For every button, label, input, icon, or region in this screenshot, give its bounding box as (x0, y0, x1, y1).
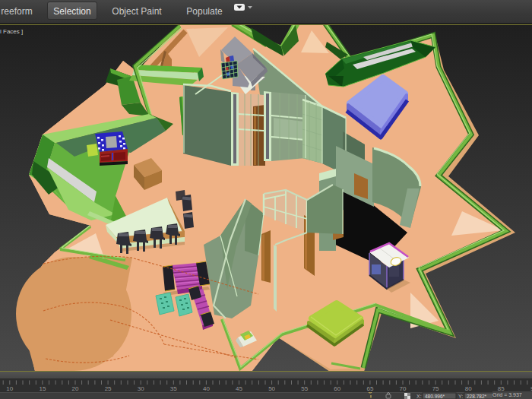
svg-text:45: 45 (236, 385, 242, 392)
svg-text:30: 30 (138, 385, 144, 392)
svg-text:55: 55 (301, 385, 308, 392)
svg-text:10: 10 (6, 385, 13, 392)
svg-text:35: 35 (170, 385, 177, 392)
svg-text:65: 65 (366, 385, 373, 392)
svg-text:75: 75 (432, 385, 439, 392)
svg-text:15: 15 (39, 385, 46, 392)
svg-text:70: 70 (400, 385, 407, 392)
svg-text:Y:: Y: (458, 394, 463, 399)
svg-text:50: 50 (268, 385, 275, 392)
svg-text:80: 80 (465, 385, 472, 392)
svg-text:480.996*: 480.996* (425, 394, 445, 399)
svg-text:60: 60 (334, 385, 340, 392)
svg-text:228.782*: 228.782* (467, 394, 486, 399)
svg-text:20: 20 (72, 385, 79, 392)
svg-text:25: 25 (105, 385, 112, 392)
svg-text:40: 40 (203, 385, 210, 392)
svg-text:X:: X: (416, 394, 422, 399)
